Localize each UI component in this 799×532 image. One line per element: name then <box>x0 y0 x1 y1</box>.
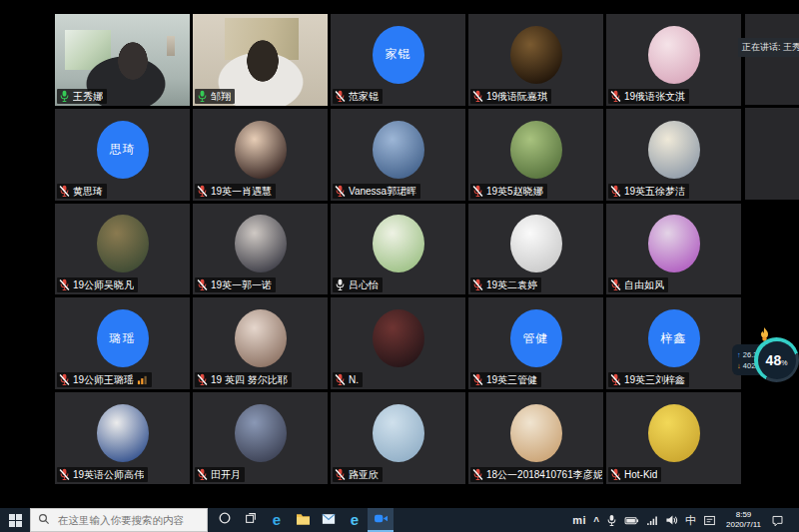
participant-name-label: 田开月 <box>195 467 245 482</box>
participant-name: 19公师王璐瑶 <box>73 373 134 386</box>
participant-grid: 王秀娜邹翔家锟范家锟19俄语阮嘉琪19俄语张文淇思琦黄思琦19英一肖遇慧Vane… <box>55 14 741 484</box>
taskbar-search[interactable] <box>30 508 208 532</box>
participant-tile[interactable]: 思琦黄思琦 <box>55 109 190 201</box>
hidden-icons-chevron[interactable]: ^ <box>593 516 599 527</box>
taskbar-clock[interactable]: 8:59 2020/7/11 <box>723 510 764 530</box>
participant-tile[interactable]: 王秀娜 <box>55 14 190 106</box>
participant-tile[interactable]: N. <box>331 297 465 389</box>
participant-tile[interactable]: 19俄语张文淇 <box>606 14 741 106</box>
photo-avatar <box>510 215 562 272</box>
taskbar-app-tencent-meeting[interactable] <box>368 508 394 532</box>
participant-name: 自由如风 <box>624 278 664 291</box>
cortana-icon <box>218 511 232 529</box>
microphone-tray-icon[interactable] <box>606 514 617 527</box>
participant-name: 吕心怡 <box>349 278 379 291</box>
participant-tile[interactable]: 18公一2018410761李彦妮 <box>468 392 603 484</box>
participant-tile[interactable]: 19俄语阮嘉琪 <box>468 14 603 106</box>
participant-name-label: 19公师吴晓凡 <box>57 277 138 292</box>
initials-avatar: 璐瑶 <box>97 309 149 367</box>
participant-name: 19英语公师高伟 <box>73 468 144 481</box>
taskbar-app-edge[interactable]: e <box>264 508 290 532</box>
photo-avatar <box>373 404 424 462</box>
participant-tile[interactable]: 邹翔 <box>193 14 328 106</box>
netspeed-widget[interactable]: ↑ 26.3K/s ↓ 402K/s 48% <box>732 329 798 389</box>
participant-tile[interactable]: 家锟范家锟 <box>331 14 465 106</box>
photo-avatar <box>373 215 424 272</box>
photo-avatar <box>373 309 424 367</box>
taskbar-app-internet-explorer[interactable]: e <box>342 508 368 532</box>
action-center-icon[interactable] <box>771 514 784 527</box>
partial-tile <box>745 14 799 105</box>
ime-panel-icon[interactable] <box>703 514 716 527</box>
participant-tile[interactable]: 19英一郭一诺 <box>193 204 328 295</box>
participant-tile[interactable]: 19英五徐梦洁 <box>606 109 741 201</box>
ime-language-button[interactable]: 中 <box>685 513 696 528</box>
participant-name: N. <box>349 373 359 386</box>
volume-tray-icon[interactable] <box>665 514 678 526</box>
clock-date: 2020/7/11 <box>726 520 761 530</box>
participant-tile[interactable]: 路亚欣 <box>331 392 465 484</box>
participant-name-label: 自由如风 <box>608 277 668 292</box>
taskbar-app-cortana[interactable] <box>212 508 238 532</box>
mic-muted-icon <box>197 278 208 291</box>
participant-name: 邹翔 <box>211 90 231 103</box>
participant-name-label: 19英一肖遇慧 <box>195 184 276 199</box>
participant-tile[interactable]: 19英一肖遇慧 <box>193 109 328 201</box>
participant-tile[interactable]: Hot-Kid <box>606 392 741 484</box>
mi-tray-icon[interactable]: mi <box>572 514 586 526</box>
file-explorer-icon <box>296 511 311 529</box>
taskbar-app-mail[interactable] <box>316 508 342 532</box>
participant-name-label: 19俄语张文淇 <box>608 89 689 104</box>
mail-icon <box>322 511 336 529</box>
mic-muted-icon <box>610 468 621 481</box>
network-tray-icon[interactable] <box>646 515 658 526</box>
mic-muted-icon <box>472 90 483 103</box>
taskbar-app-task-view[interactable] <box>238 508 264 532</box>
mic-icon <box>197 90 208 103</box>
participant-tile[interactable]: 19英5赵晓娜 <box>468 109 603 201</box>
mic-muted-icon <box>335 373 346 386</box>
mic-muted-icon <box>472 373 483 386</box>
participant-name: 19 英四 努尔比耶 <box>211 373 288 386</box>
participant-tile[interactable]: 19英语公师高伟 <box>55 392 190 484</box>
mic-muted-icon <box>610 278 621 291</box>
start-button[interactable] <box>0 508 30 532</box>
participant-tile[interactable]: 田开月 <box>193 392 328 484</box>
participant-name: 田开月 <box>211 468 241 481</box>
participant-tile[interactable]: 19公师吴晓凡 <box>55 204 190 295</box>
tencent-meeting-icon <box>374 511 389 529</box>
memory-usage-ball[interactable]: 48% <box>754 337 799 382</box>
participant-tile[interactable]: 19英二袁婷 <box>468 204 603 295</box>
participant-tile[interactable]: Vanessa郭珺晖 <box>331 109 465 201</box>
participant-tile[interactable]: 19 英四 努尔比耶 <box>193 297 328 389</box>
participant-name-label: N. <box>333 372 363 387</box>
participant-name: 19公师吴晓凡 <box>73 278 134 291</box>
mic-muted-icon <box>197 185 208 198</box>
mic-muted-icon <box>610 185 621 198</box>
participant-tile[interactable]: 璐瑶19公师王璐瑶 <box>55 297 190 389</box>
search-input[interactable] <box>56 513 200 527</box>
participant-name: 18公一2018410761李彦妮 <box>486 468 602 481</box>
mic-icon <box>59 90 70 103</box>
photo-avatar <box>373 121 424 179</box>
taskbar-app-file-explorer[interactable] <box>290 508 316 532</box>
mic-muted-icon <box>59 278 70 291</box>
mic-muted-icon <box>59 373 70 386</box>
participant-tile[interactable]: 自由如风 <box>606 204 741 295</box>
participant-tile[interactable]: 吕心怡 <box>331 204 465 295</box>
participant-name-label: 19英三管健 <box>470 372 541 387</box>
participant-name: 19英5赵晓娜 <box>486 185 543 198</box>
participant-name-label: 19英二袁婷 <box>470 277 541 292</box>
initials-avatar: 思琦 <box>97 121 149 179</box>
photo-avatar <box>648 404 700 462</box>
mic-muted-icon <box>59 185 70 198</box>
battery-tray-icon[interactable] <box>624 515 639 526</box>
partial-tile <box>745 108 799 200</box>
participant-name-label: Hot-Kid <box>608 467 661 482</box>
participant-name-label: 范家锟 <box>333 89 383 104</box>
weak-signal-icon <box>137 374 148 385</box>
photo-avatar <box>510 26 562 84</box>
participant-tile[interactable]: 梓鑫19英三刘梓鑫 <box>606 297 741 389</box>
system-tray: mi ^ 中 8:59 2020/7/11 <box>572 508 799 532</box>
participant-tile[interactable]: 管健19英三管健 <box>468 297 603 389</box>
